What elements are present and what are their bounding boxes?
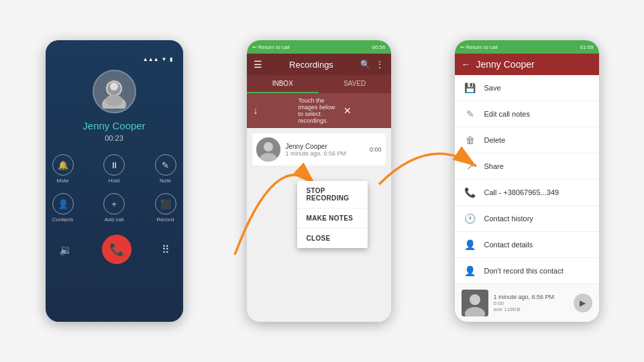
return-to-call-label-3[interactable]: ↩ Return to call [460, 44, 498, 50]
contact-details-icon: 👤 [464, 239, 476, 251]
signal-icon: ▲▲▲ [143, 56, 159, 62]
recording-item[interactable]: Jenny Cooper 1 minute ago, 6:56 PM 0:00 [252, 133, 386, 166]
contact-menu-list: 💾 Save ✎ Edit call notes 🗑 Delete ↗ Shar… [455, 75, 599, 284]
contact-screen: ↩ Return to call 01:09 ← Jenny Cooper 💾 … [455, 40, 599, 322]
search-icon[interactable]: 🔍 [360, 60, 370, 69]
add-call-button[interactable]: + Add call [103, 193, 125, 223]
contact-screen-wrapper: ↩ Return to call 01:09 ← Jenny Cooper 💾 … [455, 40, 599, 322]
close-button[interactable]: CLOSE [297, 229, 368, 248]
call-actions-row1: 🔔 Mute ⏸ Hold ✎ Note [52, 154, 176, 184]
edit-notes-label: Edit call notes [484, 110, 530, 118]
hold-icon: ⏸ [103, 154, 125, 176]
contact-history-button[interactable]: 🕐 Contact history [455, 206, 599, 232]
dont-record-button[interactable]: 👤 Don't record this contact [455, 258, 599, 284]
recordings-top-bar: ↩ Return to call 00:56 [247, 40, 391, 54]
bottom-bar: 🔉 📞 ⠿ [52, 235, 176, 264]
contact-history-label: Contact history [484, 215, 533, 223]
edit-icon: ✎ [464, 108, 476, 120]
save-icon: 💾 [464, 82, 476, 94]
hold-label: Hold [109, 178, 119, 184]
delete-label: Delete [484, 136, 506, 144]
info-banner: ↓ Touch the images below to select recor… [247, 93, 391, 128]
download-icon: ↓ [254, 105, 294, 116]
delete-button[interactable]: 🗑 Delete [455, 127, 599, 154]
contacts-icon: 👤 [52, 193, 74, 215]
return-to-call-label[interactable]: ↩ Return to call [252, 44, 290, 50]
svg-point-4 [105, 95, 123, 107]
delete-icon: 🗑 [464, 134, 476, 146]
footer-recording-time: 1 minute ago, 6:56 PM [494, 294, 568, 300]
end-call-button[interactable]: 📞 [102, 235, 131, 264]
contacts-button[interactable]: 👤 Contacts [52, 193, 74, 223]
make-notes-button[interactable]: MAKE NOTES [297, 208, 368, 229]
footer-format: amr 116KB [494, 306, 568, 312]
context-menu: STOP RECORDING MAKE NOTES CLOSE [297, 181, 368, 248]
tab-saved[interactable]: SAVED [319, 75, 391, 93]
share-icon: ↗ [464, 160, 476, 172]
mute-label: Mute [57, 178, 69, 184]
more-icon[interactable]: ⋮ [376, 60, 384, 69]
svg-point-9 [470, 294, 480, 305]
recording-time: 1 minute ago, 6:56 PM [286, 150, 364, 157]
record-label: Record [157, 217, 174, 223]
history-icon: 🕐 [464, 213, 476, 225]
call-phone-frame: ▲▲▲ ▼ ▮ Jenny Cooper 00:23 [46, 40, 183, 322]
call-button[interactable]: 📞 Call - +38067965...349 [455, 180, 599, 206]
avatar [93, 70, 136, 113]
status-bar: ▲▲▲ ▼ ▮ [52, 54, 176, 64]
add-call-icon: + [103, 193, 125, 215]
edit-notes-button[interactable]: ✎ Edit call notes [455, 101, 599, 127]
contact-top-bar: ↩ Return to call 01:09 [455, 40, 599, 54]
contact-footer: 1 minute ago, 6:56 PM 0:00 amr 116KB ▶ [455, 284, 599, 322]
contact-details-label: Contact details [484, 241, 533, 249]
back-arrow-icon[interactable]: ← [462, 59, 471, 70]
recordings-screen-wrapper: ↩ Return to call 00:56 ☰ Recordings 🔍 ⋮ … [247, 40, 391, 322]
save-label: Save [484, 84, 501, 92]
footer-info: 1 minute ago, 6:56 PM 0:00 amr 116KB [494, 294, 568, 312]
tabs-row: INBOX SAVED [247, 75, 391, 93]
tab-inbox[interactable]: INBOX [247, 75, 319, 93]
call-timer-3: 01:09 [580, 44, 593, 50]
share-button[interactable]: ↗ Share [455, 154, 599, 180]
svg-point-3 [110, 82, 118, 90]
call-screen-wrapper: ▲▲▲ ▼ ▮ Jenny Cooper 00:23 [46, 40, 183, 322]
battery-icon: ▮ [170, 56, 172, 62]
svg-point-6 [264, 142, 273, 152]
play-button[interactable]: ▶ [574, 294, 592, 312]
note-button[interactable]: ✎ Note [155, 154, 176, 184]
stop-recording-button[interactable]: STOP RECORDING [297, 181, 368, 208]
recordings-header: ☰ Recordings 🔍 ⋮ [247, 54, 391, 75]
recording-name: Jenny Cooper [286, 143, 364, 150]
contact-header: ← Jenny Cooper [455, 54, 599, 75]
info-text: Touch the images below to select recordi… [299, 97, 339, 124]
note-label: Note [160, 178, 171, 184]
close-icon[interactable]: ✕ [343, 105, 384, 116]
share-label: Share [484, 162, 504, 170]
dont-record-label: Don't record this contact [484, 267, 564, 275]
save-button[interactable]: 💾 Save [455, 75, 599, 101]
header-icons: 🔍 ⋮ [360, 60, 384, 69]
call-actions-row2: 👤 Contacts + Add call ⬛ Record [52, 193, 176, 223]
record-button[interactable]: ⬛ Record [155, 193, 176, 223]
contacts-label: Contacts [52, 217, 74, 223]
note-icon: ✎ [155, 154, 176, 176]
hamburger-icon[interactable]: ☰ [254, 59, 262, 70]
contact-details-button[interactable]: 👤 Contact details [455, 232, 599, 258]
footer-avatar [462, 290, 488, 316]
footer-duration: 0:00 [494, 300, 568, 306]
record-icon: ⬛ [155, 193, 176, 215]
call-duration: 00:23 [105, 134, 123, 142]
recording-avatar [256, 137, 280, 162]
mute-button[interactable]: 🔔 Mute [52, 154, 74, 184]
contact-header-name: Jenny Cooper [476, 59, 535, 70]
hold-button[interactable]: ⏸ Hold [103, 154, 125, 184]
recording-info: Jenny Cooper 1 minute ago, 6:56 PM [286, 143, 364, 157]
volume-icon[interactable]: 🔉 [59, 243, 72, 256]
dont-record-icon: 👤 [464, 265, 476, 277]
mute-icon: 🔔 [52, 154, 74, 176]
recording-duration: 0:00 [370, 146, 382, 153]
call-label: Call - +38067965...349 [484, 188, 559, 196]
keypad-icon[interactable]: ⠿ [162, 243, 170, 256]
caller-name: Jenny Cooper [83, 120, 145, 131]
add-call-label: Add call [105, 217, 123, 223]
